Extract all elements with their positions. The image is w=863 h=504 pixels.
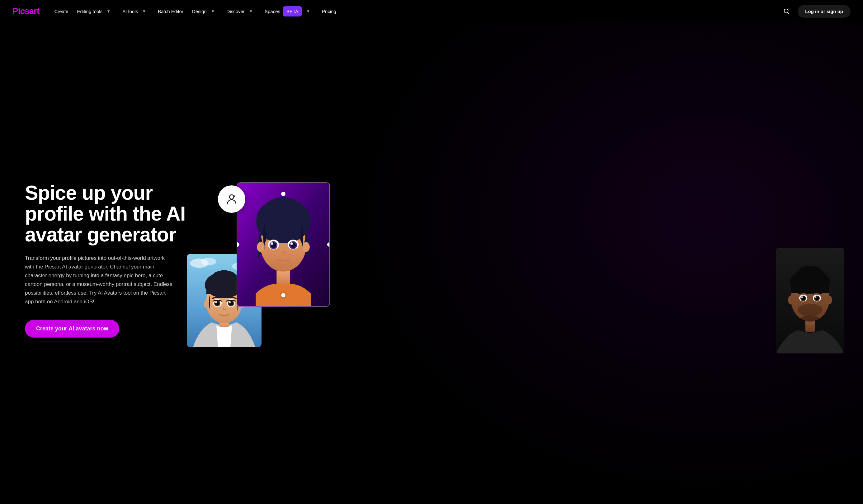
nav-item-batch-editor[interactable]: Batch Editor (154, 6, 187, 16)
nav-link-batch-editor[interactable]: Batch Editor (154, 6, 187, 16)
nav-link-design[interactable]: Design ▾ (188, 3, 222, 19)
chevron-icon: ▾ (104, 6, 114, 16)
svg-point-14 (290, 242, 293, 245)
main-card-inner (237, 183, 329, 306)
svg-point-27 (215, 301, 217, 303)
svg-point-42 (801, 297, 803, 298)
svg-point-32 (204, 300, 209, 308)
svg-point-15 (257, 242, 264, 252)
hero-section: Spice up your profile with the AI avatar… (0, 22, 863, 504)
svg-point-19 (201, 258, 216, 266)
svg-point-49 (801, 315, 820, 322)
svg-point-16 (302, 242, 310, 252)
chevron-icon: ▾ (208, 6, 218, 16)
bottom-right-card (776, 248, 844, 353)
nav-item-pricing[interactable]: Pricing (318, 6, 340, 16)
hero-content: Spice up your profile with the AI avatar… (25, 183, 187, 338)
main-anime-card (237, 182, 330, 307)
nav-link-discover[interactable]: Discover ▾ (223, 3, 260, 19)
navbar: Picsart Create Editing tools ▾ AI tools … (0, 0, 863, 22)
login-button[interactable]: Log in or sign up (798, 5, 851, 18)
logo[interactable]: Picsart (12, 6, 39, 16)
control-dot-right (327, 242, 330, 247)
nav-link-editing-tools[interactable]: Editing tools ▾ (73, 3, 117, 19)
chevron-icon: ▾ (303, 6, 313, 16)
nav-link-create[interactable]: Create (50, 6, 72, 16)
search-icon (783, 8, 790, 15)
control-dot-top (281, 192, 286, 196)
svg-point-31 (229, 301, 231, 303)
nav-item-ai-tools[interactable]: AI tools ▾ (118, 3, 153, 19)
anime-face-illustration (237, 183, 329, 306)
nav-left: Picsart Create Editing tools ▾ AI tools … (12, 3, 340, 19)
realistic-face-illustration (776, 248, 844, 353)
nav-link-spaces[interactable]: Spaces BETA ▾ (261, 3, 317, 19)
nav-link-pricing[interactable]: Pricing (318, 6, 340, 16)
nav-item-design[interactable]: Design ▾ (188, 3, 222, 19)
hero-visuals (187, 173, 838, 347)
nav-links: Create Editing tools ▾ AI tools ▾ Batch … (50, 3, 340, 19)
svg-line-1 (788, 12, 789, 14)
svg-point-46 (815, 297, 817, 298)
control-dot-bottom (281, 293, 286, 297)
svg-point-2 (229, 195, 234, 199)
beta-badge: BETA (283, 6, 302, 16)
hero-description: Transform your profile pictures into out… (25, 254, 174, 306)
nav-link-ai-tools[interactable]: AI tools ▾ (118, 3, 153, 19)
svg-point-37 (790, 270, 830, 294)
nav-item-create[interactable]: Create (50, 6, 72, 16)
avatar-sparkle-icon (225, 192, 238, 206)
svg-point-47 (788, 296, 794, 304)
nav-item-discover[interactable]: Discover ▾ (223, 3, 260, 19)
chevron-icon: ▾ (246, 6, 256, 16)
nav-item-editing-tools[interactable]: Editing tools ▾ (73, 3, 117, 19)
nav-item-spaces[interactable]: Spaces BETA ▾ (261, 3, 317, 19)
svg-point-10 (271, 242, 273, 245)
avatar-icon-bubble (218, 185, 245, 213)
search-button[interactable] (780, 5, 793, 17)
hero-title: Spice up your profile with the AI avatar… (25, 183, 187, 245)
nav-right: Log in or sign up (780, 5, 851, 18)
cta-button[interactable]: Create your AI avatars now (25, 320, 119, 338)
chevron-icon: ▾ (139, 6, 149, 16)
svg-point-48 (826, 296, 832, 304)
